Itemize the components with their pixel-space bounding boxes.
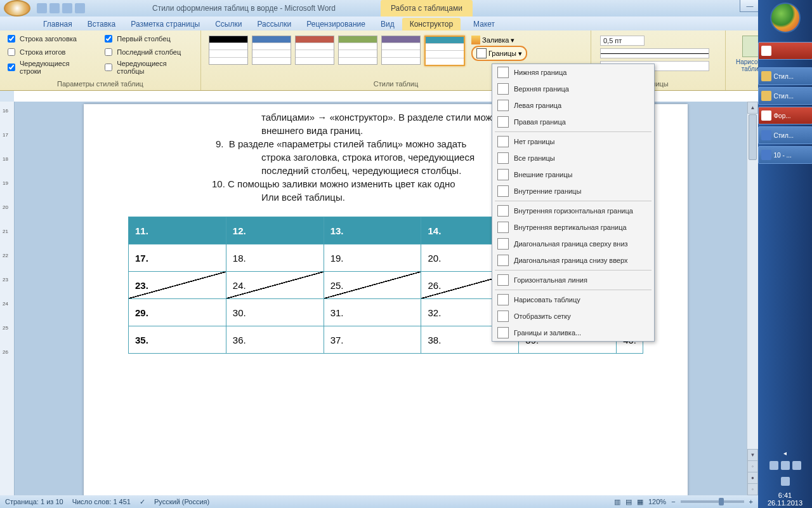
dd-view-gridlines[interactable]: Отобразить сетку [492,308,654,324]
tab-review[interactable]: Рецензирование [299,18,373,30]
style-thumb[interactable] [209,36,248,65]
tray-icon[interactable] [769,461,778,470]
next-page-button[interactable]: ◦ [747,483,758,495]
taskbar-clock[interactable]: 6:41 26.11.2013 [768,490,802,508]
vertical-scrollbar[interactable]: ▲ ▼ ◦ ● ◦ [747,102,758,495]
chk-total-row[interactable]: Строка итогов [5,46,92,58]
dd-inside-h-border[interactable]: Внутренняя горизонтальная граница [492,203,654,219]
undo-icon[interactable] [49,3,60,13]
chk-header-row[interactable]: Строка заголовка [5,33,92,44]
ribbon-tabs: Главная Вставка Разметка страницы Ссылки… [0,17,812,30]
pen-weight-select[interactable]: 0,5 пт [600,36,645,46]
borders-button[interactable]: Границы ▾ [471,46,527,61]
chk-banded-rows[interactable]: Чередующиеся строки [5,60,92,75]
dd-inside-v-border[interactable]: Внутренняя вертикальная граница [492,219,654,236]
dd-bottom-border[interactable]: Нижняя граница [492,64,654,81]
tray-icon[interactable] [781,477,790,486]
taskbar-item[interactable] [758,42,813,60]
dd-inside-borders[interactable]: Внутренние границы [492,183,654,199]
borders-icon [476,48,487,58]
tab-references[interactable]: Ссылки [207,18,249,30]
dd-diag-up[interactable]: Диагональная граница снизу вверх [492,252,654,269]
redo-icon[interactable] [62,3,72,13]
scroll-down-button[interactable]: ▼ [747,449,758,461]
tray-volume-icon[interactable] [781,461,790,470]
zoom-slider[interactable] [681,500,744,503]
chk-last-col[interactable]: Последний столбец [102,46,195,58]
view-web-icon[interactable]: ▦ [637,498,643,506]
tab-design[interactable]: Конструктор [402,18,461,30]
taskbar-item[interactable]: 10 - ... [758,146,813,164]
scroll-thumb[interactable] [749,114,757,160]
tab-insert[interactable]: Вставка [80,18,124,30]
title-bar: Стили оформления таблиц в ворде - Micros… [0,0,812,17]
tray-network-icon[interactable] [792,461,801,470]
status-word-count[interactable]: Число слов: 1 451 [72,498,131,505]
view-reading-icon[interactable]: ▤ [625,498,632,506]
start-button[interactable] [770,3,801,33]
style-thumb[interactable] [381,36,421,65]
shading-button[interactable]: Заливка ▾ [471,36,527,44]
tab-layout[interactable]: Макет [466,18,502,30]
status-bar: Страница: 1 из 10 Число слов: 1 451 ✓ Ру… [0,495,758,508]
dd-draw-table[interactable]: Нарисовать таблицу [492,291,654,308]
save-icon[interactable] [37,3,47,13]
zoom-level[interactable]: 120% [648,498,666,505]
vertical-ruler[interactable]: 16171819 20212223 242526 [0,102,15,495]
view-print-layout-icon[interactable]: ▥ [614,498,620,506]
window-title: Стили оформления таблиц в ворде - Micros… [152,4,336,13]
tab-mailings[interactable]: Рассылки [249,18,299,30]
spellcheck-icon[interactable] [75,3,85,13]
dd-all-borders[interactable]: Все границы [492,150,654,166]
contextual-tab-table-tools: Работа с таблицами [381,0,473,17]
system-tray [763,458,808,472]
scroll-up-button[interactable]: ▲ [747,102,758,114]
quick-access-toolbar [37,3,85,13]
taskbar-item[interactable]: Фор... [758,107,813,124]
dd-horizontal-line[interactable]: Горизонтальная линия [492,272,654,288]
style-thumb[interactable] [295,36,334,65]
prev-page-button[interactable]: ◦ [747,460,758,472]
dd-outside-borders[interactable]: Внешние границы [492,166,654,183]
dd-diag-down[interactable]: Диагональная граница сверху вниз [492,236,654,252]
borders-dropdown: Нижняя граница Верхняя граница Левая гра… [492,64,655,342]
browse-object-button[interactable]: ● [747,472,758,484]
dd-no-border[interactable]: Нет границы [492,133,654,150]
status-spell-icon[interactable]: ✓ [140,498,145,506]
dd-top-border[interactable]: Верхняя граница [492,81,654,97]
minimize-button[interactable]: — [740,0,760,12]
taskbar-item[interactable]: Стил... [758,126,813,144]
office-button[interactable] [4,0,30,17]
zoom-out-button[interactable]: − [671,498,675,505]
tab-home[interactable]: Главная [36,18,80,30]
group-label: Параметры стилей таблиц [5,79,195,88]
status-page[interactable]: Страница: 1 из 10 [5,498,63,505]
tab-view[interactable]: Вид [373,18,402,30]
tray-expand-icon[interactable]: ◂ [783,450,787,457]
tab-page-layout[interactable]: Разметка страницы [123,18,207,30]
ribbon: Строка заголовка Строка итогов Чередующи… [0,30,812,91]
style-thumb[interactable] [338,36,377,65]
dd-right-border[interactable]: Правая граница [492,114,654,130]
taskbar-item[interactable]: Стил... [758,87,813,105]
chk-first-col[interactable]: Первый столбец [102,33,195,44]
windows-taskbar: Стил... Стил... Фор... Стил... 10 - ... … [758,0,812,508]
style-thumb-selected[interactable] [424,36,465,66]
pen-style-select[interactable] [600,48,709,58]
chk-banded-cols[interactable]: Чередующиеся столбцы [102,60,195,75]
group-table-style-options: Строка заголовка Строка итогов Чередующи… [0,30,201,90]
dd-borders-shading[interactable]: Границы и заливка... [492,324,654,341]
dd-left-border[interactable]: Левая граница [492,97,654,114]
zoom-in-button[interactable]: + [749,498,753,505]
status-language[interactable]: Русский (Россия) [154,498,209,505]
taskbar-item[interactable]: Стил... [758,67,813,85]
style-thumb[interactable] [252,36,291,65]
